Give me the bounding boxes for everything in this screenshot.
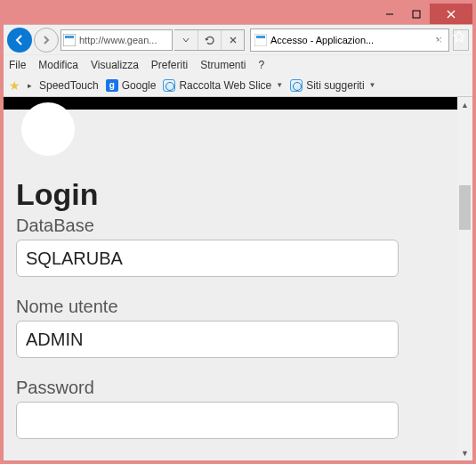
menu-visualizza[interactable]: Visualizza <box>91 59 139 71</box>
chrome-right-icons <box>428 28 467 45</box>
page-body: Login DataBase Nome utente Password <box>4 97 457 460</box>
home-icon[interactable] <box>428 28 444 45</box>
title-bar <box>4 4 472 24</box>
nav-bar: http://www.gean... Accesso - Applicazion… <box>4 24 472 54</box>
chevron-down-icon: ▼ <box>369 81 376 89</box>
password-input[interactable] <box>16 402 399 439</box>
scroll-down-button[interactable]: ▼ <box>457 445 472 460</box>
scroll-track[interactable] <box>457 112 472 445</box>
bookmarks-bar: ★ ▸ SpeedTouch g Google Raccolta Web Sli… <box>4 74 472 97</box>
google-icon: g <box>106 79 118 92</box>
browser-window: http://www.gean... Accesso - Applicazion… <box>4 4 472 460</box>
back-button[interactable] <box>7 28 32 53</box>
url-text: http://www.gean... <box>79 35 157 45</box>
svg-rect-9 <box>256 36 265 38</box>
forward-button[interactable] <box>34 28 59 53</box>
menu-help[interactable]: ? <box>259 59 265 71</box>
scroll-up-button[interactable]: ▲ <box>457 97 472 112</box>
bookmark-label: Google <box>122 79 157 92</box>
login-heading: Login <box>16 177 445 212</box>
scroll-thumb[interactable] <box>459 185 471 230</box>
refresh-button[interactable] <box>198 30 221 50</box>
header-strip <box>4 97 457 110</box>
bookmark-google[interactable]: g Google <box>106 79 157 92</box>
username-label: Nome utente <box>16 297 445 317</box>
ie-icon <box>290 79 303 92</box>
add-favorite-icon[interactable]: ★ <box>9 78 20 93</box>
login-form: Login DataBase Nome utente Password <box>4 156 457 439</box>
chevron-down-icon[interactable] <box>174 30 198 50</box>
minimize-button[interactable] <box>376 5 403 23</box>
ie-icon <box>163 79 175 92</box>
maximize-button[interactable] <box>403 5 430 23</box>
bookmark-label: Siti suggeriti <box>306 79 364 92</box>
bookmark-raccolta[interactable]: Raccolta Web Slice ▼ <box>163 79 283 92</box>
bookmark-speedtouch[interactable]: SpeedTouch <box>39 79 99 92</box>
stop-button[interactable] <box>221 30 244 50</box>
menu-preferiti[interactable]: Preferiti <box>151 59 188 71</box>
address-bar[interactable]: http://www.gean... <box>61 29 173 51</box>
svg-rect-5 <box>65 36 74 38</box>
svg-rect-1 <box>413 11 420 18</box>
browser-tab[interactable]: Accesso - Applicazion... × <box>250 28 449 52</box>
bookmark-label: Raccolta Web Slice <box>179 79 271 92</box>
password-label: Password <box>16 378 445 398</box>
vertical-scrollbar[interactable]: ▲ ▼ <box>457 97 472 460</box>
address-bar-buttons <box>174 29 245 51</box>
favorites-icon[interactable] <box>451 28 467 45</box>
menu-strumenti[interactable]: Strumenti <box>200 59 246 71</box>
content-area: Login DataBase Nome utente Password ▲ ▼ <box>4 97 472 460</box>
logo-circle <box>21 102 75 156</box>
menu-bar: File Modifica Visualizza Preferiti Strum… <box>4 54 472 74</box>
tab-title: Accesso - Applicazion... <box>270 35 432 45</box>
chevron-right-icon[interactable]: ▸ <box>28 81 32 90</box>
database-label: DataBase <box>16 216 445 236</box>
username-input[interactable] <box>16 321 399 358</box>
menu-file[interactable]: File <box>9 59 26 71</box>
bookmark-label: SpeedTouch <box>39 79 99 92</box>
menu-modifica[interactable]: Modifica <box>38 59 78 71</box>
site-icon <box>63 34 76 46</box>
database-input[interactable] <box>16 240 399 277</box>
close-button[interactable] <box>430 4 472 24</box>
tab-favicon <box>254 34 267 46</box>
chevron-down-icon: ▼ <box>276 81 283 89</box>
bookmark-siti[interactable]: Siti suggeriti ▼ <box>290 79 375 92</box>
